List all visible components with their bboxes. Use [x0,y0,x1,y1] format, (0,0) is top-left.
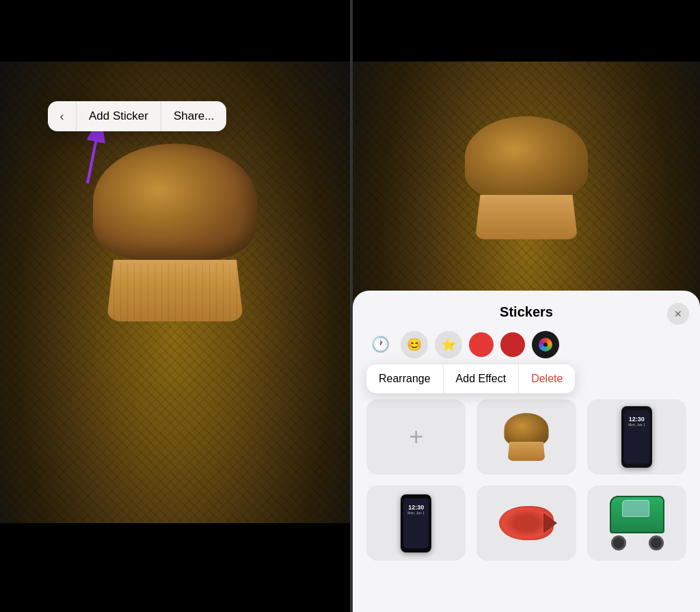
fish-sticker-cell[interactable] [476,485,576,561]
tab-recent[interactable]: 🕐 [366,331,394,358]
add-sticker-cell[interactable]: + [366,399,466,475]
vinyl-center [543,343,548,347]
muffin-art [79,144,271,321]
rickshaw-sticker-cell[interactable] [587,485,686,561]
rickshaw-windshield [622,500,649,517]
rickshaw-sticker [604,496,669,550]
phone-dark-screen: 12:30 Mon, Jan 1 [403,498,429,548]
tab-stars[interactable]: ⭐ [435,331,462,358]
muffin-sticker-cell[interactable] [476,399,576,475]
right-top-bar [353,0,700,62]
add-icon: + [409,423,423,451]
close-button[interactable]: ✕ [667,303,689,325]
muffin-sticker [499,413,554,461]
sticker-muffin-top [504,413,548,446]
fish-sticker [496,503,557,544]
tab-vinyl[interactable] [532,331,559,358]
back-chevron-icon: ‹ [60,109,64,124]
stickers-title: Stickers [364,304,689,320]
stickers-sheet: Stickers ✕ 🕐 😊 ⭐ Rearrange [353,291,700,612]
phone-screen: 12:30 Mon, Jan 1 [624,410,649,464]
vinyl-disc-icon [539,338,552,351]
close-icon: ✕ [674,308,682,319]
sticker-grid-row1: + 12:30 Mon, Jan 1 [364,399,689,475]
fish-tail [543,513,557,533]
phone-time: 12:30 [629,416,645,423]
muffin-cup [107,260,243,321]
phone-dark-time: 12:30 [408,504,424,511]
right-panel: Stickers ✕ 🕐 😊 ⭐ Rearrange [353,0,700,612]
rearrange-button[interactable]: Rearrange [366,364,444,393]
sticker-grid-row2: 12:30 Mon, Jan 1 [364,485,689,561]
rickshaw-wheel-left [611,535,626,550]
phone-dark-sticker: 12:30 Mon, Jan 1 [401,494,431,553]
add-sticker-button[interactable]: Add Sticker [77,101,161,131]
sticker-context-popup: Rearrange Add Effect Delete [366,364,575,393]
add-effect-button[interactable]: Add Effect [444,364,520,393]
phone-dark-date: Mon, Jan 1 [407,511,425,515]
rickshaw-body [610,496,664,533]
right-muffin-image [424,96,629,260]
back-button[interactable]: ‹ [48,101,77,131]
share-button[interactable]: Share... [161,101,227,131]
phone-date: Mon, Jan 1 [628,423,645,427]
left-bottom-bar [0,523,350,612]
left-top-bar [0,0,350,62]
clock-icon: 🕐 [371,336,390,354]
face-icon: 😊 [407,337,422,352]
sticker-tabs-row: 🕐 😊 ⭐ [364,331,689,358]
tab-red2[interactable] [500,332,525,357]
phone-sticker: 12:30 Mon, Jan 1 [621,406,652,468]
rickshaw-wheel-right [649,535,664,550]
star-icon: ⭐ [441,337,456,352]
sticker-muffin-cup [507,442,545,461]
phone-dark-sticker-cell[interactable]: 12:30 Mon, Jan 1 [366,485,466,561]
delete-button[interactable]: Delete [519,364,575,393]
left-panel: ‹ Add Sticker Share... [0,0,350,612]
phone-sticker-cell[interactable]: 12:30 Mon, Jan 1 [587,399,686,475]
muffin-top [93,144,257,260]
context-menu: ‹ Add Sticker Share... [48,101,226,131]
tab-red1[interactable] [469,332,494,357]
tab-emoji[interactable]: 😊 [401,331,428,358]
